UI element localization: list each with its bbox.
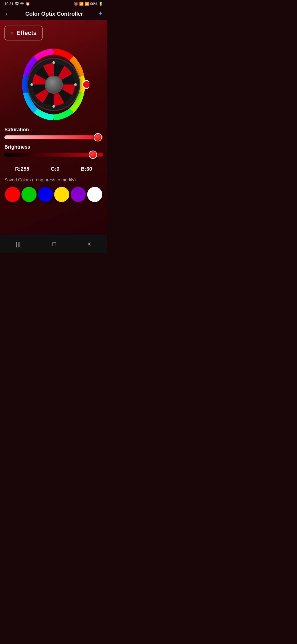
speaker-center xyxy=(45,76,62,93)
bottom-nav: ||| □ < xyxy=(0,235,107,253)
eye-icon: 👁 xyxy=(20,2,24,6)
screw-bottom xyxy=(52,105,55,108)
screw-right xyxy=(74,83,77,86)
color-wheel-container[interactable] xyxy=(4,49,103,120)
color-swatches xyxy=(4,187,103,202)
brightness-section: Brightness xyxy=(4,144,103,157)
status-bar: 10:31 🖼 👁 ⏰ 🔇 📶 📶 99% 🔋 xyxy=(0,0,107,7)
g-number: 0 xyxy=(57,166,60,172)
mute-icon: 🔇 xyxy=(74,2,78,6)
effects-label: Effects xyxy=(16,29,37,37)
brightness-thumb[interactable] xyxy=(89,151,97,159)
photo-icon: 🖼 xyxy=(15,2,19,6)
page-title: Color Optix Controller xyxy=(14,11,95,17)
green-value: G:0 xyxy=(51,166,59,172)
time: 10:31 xyxy=(4,2,13,6)
saturation-thumb[interactable] xyxy=(94,133,102,141)
effects-button[interactable]: ≡ Effects xyxy=(4,26,43,40)
wifi-icon: 📶 xyxy=(79,2,84,6)
recent-apps-button[interactable]: ||| xyxy=(10,239,26,249)
brightness-slider[interactable] xyxy=(4,153,103,157)
status-right: 🔇 📶 📶 99% 🔋 xyxy=(74,2,103,6)
saved-colors-label: Saved Colors (Long press to modify) xyxy=(4,178,103,182)
speaker xyxy=(28,59,79,110)
swatch-purple[interactable] xyxy=(71,187,86,202)
swatch-red[interactable] xyxy=(5,187,20,202)
list-icon: ≡ xyxy=(10,30,14,36)
blue-value: B:30 xyxy=(81,166,92,172)
screw-top xyxy=(52,61,55,64)
swatch-blue[interactable] xyxy=(38,187,53,202)
back-nav-button[interactable]: < xyxy=(82,239,97,249)
main-content: ≡ Effects xyxy=(0,20,107,235)
rgb-values: R:255 G:0 B:30 xyxy=(4,162,103,174)
alarm-icon: ⏰ xyxy=(26,2,30,6)
home-button[interactable]: □ xyxy=(47,239,62,249)
r-number: 255 xyxy=(21,166,29,172)
back-button[interactable]: ← xyxy=(4,10,10,17)
status-left: 10:31 🖼 👁 ⏰ xyxy=(4,2,30,6)
swatch-green[interactable] xyxy=(21,187,37,202)
saturation-section: Saturation xyxy=(4,127,103,139)
battery-label: 99% xyxy=(90,2,97,6)
signal-icon: 📶 xyxy=(85,2,89,6)
top-bar: ← Color Optix Controller ✦ xyxy=(0,7,107,20)
red-value: R:255 xyxy=(15,166,29,172)
saturation-slider[interactable] xyxy=(4,135,103,139)
brightness-label: Brightness xyxy=(4,144,103,150)
screw-left xyxy=(31,83,33,86)
swatch-yellow[interactable] xyxy=(54,187,69,202)
saturation-label: Saturation xyxy=(4,127,103,133)
swatch-white[interactable] xyxy=(87,187,102,202)
color-wheel-thumb[interactable] xyxy=(83,81,89,88)
battery-icon: 🔋 xyxy=(98,2,103,6)
bluetooth-icon[interactable]: ✦ xyxy=(98,10,103,17)
b-number: 30 xyxy=(86,166,92,172)
